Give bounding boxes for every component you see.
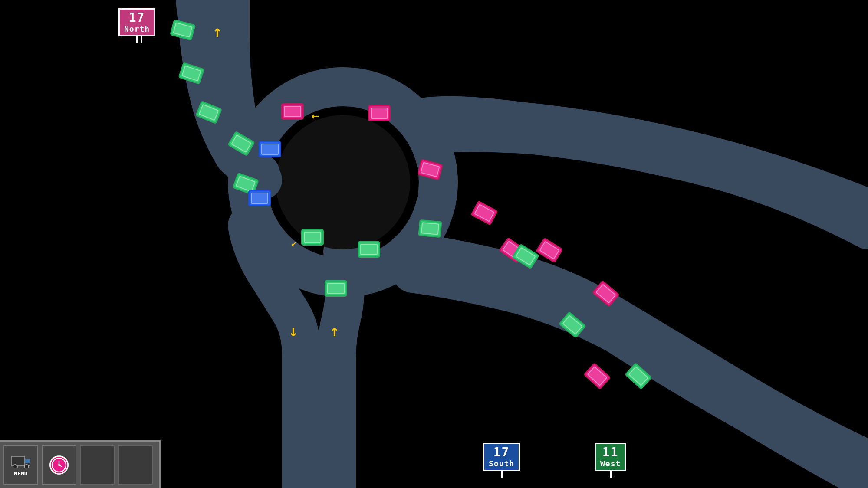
svg-point-10 bbox=[58, 464, 60, 466]
car-pink-1 bbox=[281, 103, 304, 120]
car-green-6 bbox=[418, 219, 442, 238]
clock-svg bbox=[51, 457, 67, 473]
sign-number-west: 11 bbox=[600, 446, 621, 459]
sign-post-west bbox=[610, 471, 612, 478]
svg-point-5 bbox=[24, 465, 29, 468]
sign-17-north: 17 North bbox=[118, 8, 155, 43]
svg-rect-2 bbox=[12, 456, 25, 466]
sign-number-south: 17 bbox=[489, 446, 514, 459]
toolbar-slot-2 bbox=[118, 445, 153, 485]
sign-box-north: 17 North bbox=[118, 8, 155, 36]
arrow-up-top: ↑ bbox=[213, 23, 222, 40]
car-blue-2 bbox=[248, 190, 271, 206]
sign-box-west: 11 West bbox=[595, 443, 626, 471]
truck-icon bbox=[11, 453, 31, 468]
svg-point-4 bbox=[13, 465, 17, 468]
car-green-9 bbox=[325, 280, 347, 297]
menu-label: MENU bbox=[14, 470, 27, 477]
clock-button[interactable] bbox=[42, 445, 76, 485]
car-green-7 bbox=[301, 229, 324, 246]
sign-post-south bbox=[501, 471, 503, 478]
car-blue-1 bbox=[259, 141, 281, 157]
toolbar-slot-1 bbox=[80, 445, 115, 485]
menu-button[interactable]: MENU bbox=[3, 445, 38, 485]
sign-post-north bbox=[136, 36, 138, 43]
sign-number-north: 17 bbox=[124, 11, 150, 25]
arrow-left-bottom: ↙ bbox=[291, 238, 296, 249]
toolbar: MENU bbox=[0, 440, 161, 488]
car-green-8 bbox=[358, 241, 380, 258]
svg-point-1 bbox=[276, 115, 410, 249]
sign-label-north: North bbox=[124, 25, 150, 33]
car-pink-2 bbox=[368, 105, 391, 121]
sign-label-south: South bbox=[489, 459, 514, 468]
arrow-left-roundabout: ← bbox=[312, 108, 319, 123]
clock-icon bbox=[49, 455, 69, 475]
arrow-down-bottom: ↓ bbox=[289, 322, 298, 340]
sign-label-west: West bbox=[600, 459, 621, 468]
arrow-up-bottom: ↑ bbox=[330, 322, 339, 340]
svg-rect-6 bbox=[25, 459, 30, 463]
sign-post-north2 bbox=[141, 36, 142, 43]
sign-17-south: 17 South bbox=[483, 443, 520, 478]
sign-11-west: 11 West bbox=[595, 443, 626, 478]
sign-box-south: 17 South bbox=[483, 443, 520, 471]
